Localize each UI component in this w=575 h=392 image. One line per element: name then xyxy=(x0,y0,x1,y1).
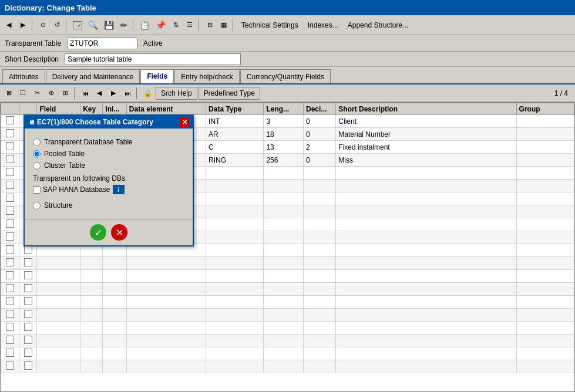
pooled-radio[interactable] xyxy=(33,150,41,158)
datatype-cell[interactable] xyxy=(206,334,264,347)
datatype-cell[interactable] xyxy=(206,309,264,322)
table-row[interactable] xyxy=(1,283,574,296)
key-cell[interactable] xyxy=(80,270,103,283)
dataelem-cell[interactable] xyxy=(126,334,206,347)
shortdesc-cell[interactable] xyxy=(336,244,516,257)
table-row[interactable] xyxy=(1,347,574,360)
cluster-table-option[interactable]: Cluster Table xyxy=(33,161,184,170)
row-checkbox[interactable] xyxy=(6,181,14,189)
group-cell[interactable] xyxy=(516,154,574,167)
length-cell[interactable] xyxy=(264,309,304,322)
transparent-table-option[interactable]: Transparent Database Table xyxy=(33,138,184,146)
edit-button[interactable]: ✏ xyxy=(117,19,130,32)
ini-cell[interactable] xyxy=(103,322,127,334)
field-cell[interactable] xyxy=(37,360,80,373)
shortdesc-cell[interactable] xyxy=(336,360,516,373)
shortdesc-cell[interactable] xyxy=(336,231,516,244)
cluster-radio[interactable] xyxy=(33,162,41,170)
activate-button[interactable]: ✓ xyxy=(70,19,85,32)
deci-cell[interactable] xyxy=(303,218,335,231)
length-cell[interactable] xyxy=(264,334,304,347)
row-checkbox[interactable] xyxy=(6,258,14,266)
deci-cell[interactable]: 0 xyxy=(303,128,335,141)
datatype-cell[interactable] xyxy=(206,257,264,270)
row-select[interactable] xyxy=(24,271,32,279)
shortdesc-cell[interactable] xyxy=(336,192,516,205)
dataelem-cell[interactable] xyxy=(126,322,206,334)
ini-cell[interactable] xyxy=(103,360,127,373)
pooled-table-option[interactable]: Pooled Table xyxy=(33,150,184,158)
deci-cell[interactable] xyxy=(303,283,335,296)
col-header-dataelem[interactable]: Data element xyxy=(126,103,206,115)
group-cell[interactable] xyxy=(516,205,574,218)
datatype-cell[interactable] xyxy=(206,322,264,334)
deci-cell[interactable] xyxy=(303,309,335,322)
group-cell[interactable] xyxy=(516,218,574,231)
tab-fields[interactable]: Fields xyxy=(140,69,174,83)
row-select[interactable] xyxy=(24,323,32,331)
move-up-button[interactable]: ⇅ xyxy=(169,19,182,32)
group-cell[interactable] xyxy=(516,231,574,244)
ini-cell[interactable] xyxy=(103,309,127,322)
dataelem-cell[interactable] xyxy=(126,360,206,373)
check-button[interactable]: 🔍 xyxy=(86,19,100,32)
row-checkbox[interactable] xyxy=(6,310,14,318)
select-all-button[interactable]: ⊠ xyxy=(2,87,15,100)
table-row[interactable] xyxy=(1,270,574,283)
group-cell[interactable] xyxy=(516,141,574,154)
length-cell[interactable] xyxy=(264,283,304,296)
group-cell[interactable] xyxy=(516,115,574,128)
table-row[interactable] xyxy=(1,257,574,270)
ini-cell[interactable] xyxy=(103,296,127,309)
paste-row-button[interactable]: ⊞ xyxy=(59,87,72,100)
row-checkbox[interactable] xyxy=(6,245,14,254)
group-cell[interactable] xyxy=(516,347,574,360)
row-checkbox[interactable] xyxy=(6,155,14,163)
tab-entry-help[interactable]: Entry help/check xyxy=(174,69,240,83)
key-cell[interactable] xyxy=(80,296,103,309)
row-checkbox[interactable] xyxy=(6,142,14,150)
table-row[interactable] xyxy=(1,360,574,373)
transparent-radio[interactable] xyxy=(33,138,41,146)
deci-cell[interactable] xyxy=(303,334,335,347)
group-cell[interactable] xyxy=(516,322,574,334)
ini-cell[interactable] xyxy=(103,334,127,347)
col-header-group[interactable]: Group xyxy=(516,103,574,115)
deci-cell[interactable] xyxy=(303,167,335,180)
grid-button[interactable]: ⊞ xyxy=(203,19,216,32)
field-cell[interactable] xyxy=(37,296,80,309)
deci-cell[interactable] xyxy=(303,322,335,334)
key-cell[interactable] xyxy=(80,334,103,347)
row-select[interactable] xyxy=(24,258,32,266)
col-header-deci[interactable]: Deci... xyxy=(303,103,335,115)
row-checkbox[interactable] xyxy=(6,207,14,215)
col-header-shortdesc[interactable]: Short Description xyxy=(336,103,516,115)
group-cell[interactable] xyxy=(516,283,574,296)
col-header-field[interactable]: Field xyxy=(37,103,80,115)
row-select[interactable] xyxy=(24,361,32,370)
back-button[interactable]: ◀ xyxy=(2,19,15,32)
row-checkbox[interactable] xyxy=(6,323,14,331)
field-cell[interactable] xyxy=(37,347,80,360)
shortdesc-cell[interactable] xyxy=(336,347,516,360)
dataelem-cell[interactable] xyxy=(126,283,206,296)
group-cell[interactable] xyxy=(516,192,574,205)
datatype-cell[interactable] xyxy=(206,244,264,257)
length-cell[interactable]: 3 xyxy=(264,115,304,128)
group-cell[interactable] xyxy=(516,167,574,180)
field-cell[interactable] xyxy=(37,283,80,296)
datatype-cell[interactable] xyxy=(206,270,264,283)
history-button[interactable]: ⊙ xyxy=(36,19,49,32)
tab-attributes[interactable]: Attributes xyxy=(2,69,45,83)
next-button[interactable]: ▶ xyxy=(107,87,120,100)
forward-button[interactable]: ▶ xyxy=(16,19,29,32)
paste-button[interactable]: 📌 xyxy=(153,19,168,32)
row-select[interactable] xyxy=(24,284,32,292)
table-row[interactable] xyxy=(1,296,574,309)
technical-settings-button[interactable]: Technical Settings xyxy=(237,19,302,32)
dataelem-cell[interactable] xyxy=(126,347,206,360)
srch-help-button[interactable]: Srch Help xyxy=(156,87,197,100)
length-cell[interactable]: 18 xyxy=(264,128,304,141)
length-cell[interactable] xyxy=(264,218,304,231)
shortdesc-cell[interactable] xyxy=(336,205,516,218)
